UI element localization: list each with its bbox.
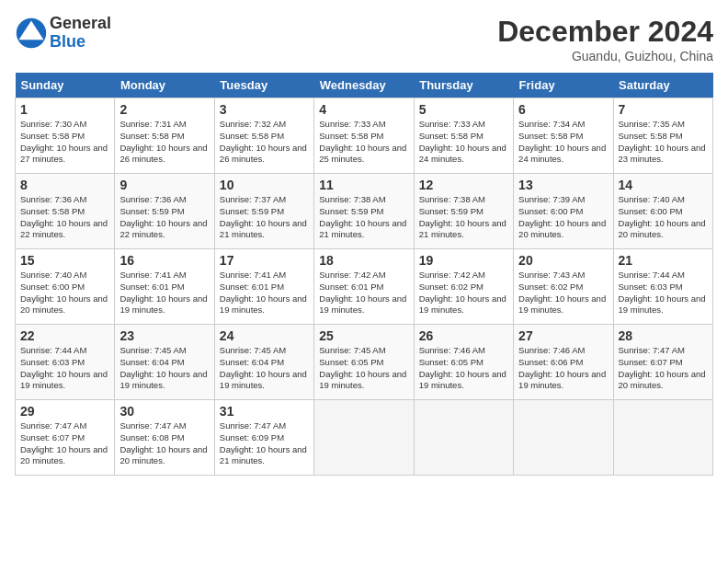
day-info: Sunrise: 7:37 AMSunset: 5:59 PMDaylight:… (220, 194, 309, 241)
calendar-day-cell (514, 400, 613, 476)
calendar-day-cell: 29Sunrise: 7:47 AMSunset: 6:07 PMDayligh… (16, 400, 115, 476)
logo-icon (15, 17, 48, 50)
calendar-day-cell: 25Sunrise: 7:45 AMSunset: 6:05 PMDayligh… (314, 325, 414, 400)
day-number: 26 (419, 328, 508, 343)
day-of-week-header: Saturday (613, 73, 712, 98)
calendar-week-row: 29Sunrise: 7:47 AMSunset: 6:07 PMDayligh… (16, 400, 713, 476)
day-of-week-header: Tuesday (214, 73, 313, 98)
calendar-day-cell (314, 400, 414, 476)
page-container: General Blue December 2024 Guandu, Guizh… (0, 0, 728, 483)
day-of-week-header: Friday (514, 73, 613, 98)
day-of-week-header: Sunday (16, 73, 115, 98)
day-number: 14 (619, 178, 708, 192)
day-info: Sunrise: 7:44 AMSunset: 6:03 PMDaylight:… (20, 345, 109, 392)
day-info: Sunrise: 7:40 AMSunset: 6:00 PMDaylight:… (619, 194, 708, 241)
day-info: Sunrise: 7:46 AMSunset: 6:05 PMDaylight:… (419, 345, 508, 392)
calendar-day-cell: 17Sunrise: 7:41 AMSunset: 6:01 PMDayligh… (214, 249, 313, 325)
day-number: 4 (319, 102, 408, 117)
day-number: 6 (518, 102, 608, 117)
day-number: 29 (20, 404, 109, 419)
day-number: 5 (419, 102, 508, 117)
day-number: 17 (220, 253, 309, 268)
day-number: 9 (119, 178, 209, 192)
day-number: 10 (220, 178, 309, 192)
calendar-day-cell: 10Sunrise: 7:37 AMSunset: 5:59 PMDayligh… (214, 174, 313, 249)
day-info: Sunrise: 7:47 AMSunset: 6:07 PMDaylight:… (20, 420, 109, 467)
header: General Blue December 2024 Guandu, Guizh… (15, 15, 713, 63)
day-info: Sunrise: 7:33 AMSunset: 5:58 PMDaylight:… (319, 119, 408, 166)
day-info: Sunrise: 7:42 AMSunset: 6:02 PMDaylight:… (419, 270, 508, 316)
day-info: Sunrise: 7:42 AMSunset: 6:01 PMDaylight:… (319, 270, 408, 316)
day-info: Sunrise: 7:35 AMSunset: 5:58 PMDaylight:… (619, 119, 708, 166)
day-number: 7 (619, 102, 708, 117)
logo-blue: Blue (50, 33, 111, 52)
calendar-day-cell: 8Sunrise: 7:36 AMSunset: 5:58 PMDaylight… (16, 174, 115, 249)
calendar-day-cell: 23Sunrise: 7:45 AMSunset: 6:04 PMDayligh… (115, 325, 214, 400)
calendar-day-cell: 20Sunrise: 7:43 AMSunset: 6:02 PMDayligh… (514, 249, 613, 325)
calendar-day-cell: 11Sunrise: 7:38 AMSunset: 5:59 PMDayligh… (314, 174, 414, 249)
day-info: Sunrise: 7:47 AMSunset: 6:09 PMDaylight:… (220, 420, 309, 467)
day-number: 18 (319, 253, 408, 268)
calendar-week-row: 1Sunrise: 7:30 AMSunset: 5:58 PMDaylight… (16, 98, 713, 174)
day-info: Sunrise: 7:38 AMSunset: 5:59 PMDaylight:… (419, 194, 508, 241)
calendar-day-cell: 18Sunrise: 7:42 AMSunset: 6:01 PMDayligh… (314, 249, 414, 325)
title-block: December 2024 Guandu, Guizhou, China (497, 15, 713, 63)
calendar-day-cell (414, 400, 513, 476)
calendar-day-cell: 4Sunrise: 7:33 AMSunset: 5:58 PMDaylight… (314, 98, 414, 174)
calendar-day-cell: 3Sunrise: 7:32 AMSunset: 5:58 PMDaylight… (214, 98, 313, 174)
calendar-day-cell: 12Sunrise: 7:38 AMSunset: 5:59 PMDayligh… (414, 174, 513, 249)
day-info: Sunrise: 7:36 AMSunset: 5:58 PMDaylight:… (20, 194, 109, 241)
month-title: December 2024 (497, 15, 713, 49)
location: Guandu, Guizhou, China (497, 49, 713, 63)
calendar-day-cell: 7Sunrise: 7:35 AMSunset: 5:58 PMDaylight… (613, 98, 712, 174)
calendar-day-cell: 14Sunrise: 7:40 AMSunset: 6:00 PMDayligh… (613, 174, 712, 249)
day-number: 23 (119, 328, 209, 343)
day-info: Sunrise: 7:30 AMSunset: 5:58 PMDaylight:… (20, 119, 109, 166)
calendar-day-cell (613, 400, 712, 476)
calendar-day-cell: 5Sunrise: 7:33 AMSunset: 5:58 PMDaylight… (414, 98, 513, 174)
day-info: Sunrise: 7:31 AMSunset: 5:58 PMDaylight:… (119, 119, 209, 166)
header-row: SundayMondayTuesdayWednesdayThursdayFrid… (16, 73, 713, 98)
day-number: 16 (119, 253, 209, 268)
day-of-week-header: Monday (115, 73, 214, 98)
day-info: Sunrise: 7:32 AMSunset: 5:58 PMDaylight:… (220, 119, 309, 166)
day-number: 3 (220, 102, 309, 117)
day-number: 1 (20, 102, 109, 117)
day-number: 21 (619, 253, 708, 268)
logo: General Blue (15, 15, 111, 52)
day-info: Sunrise: 7:43 AMSunset: 6:02 PMDaylight:… (518, 270, 608, 316)
day-info: Sunrise: 7:36 AMSunset: 5:59 PMDaylight:… (119, 194, 209, 241)
calendar-day-cell: 31Sunrise: 7:47 AMSunset: 6:09 PMDayligh… (214, 400, 313, 476)
day-info: Sunrise: 7:41 AMSunset: 6:01 PMDaylight:… (119, 270, 209, 316)
calendar-day-cell: 13Sunrise: 7:39 AMSunset: 6:00 PMDayligh… (514, 174, 613, 249)
day-info: Sunrise: 7:41 AMSunset: 6:01 PMDaylight:… (220, 270, 309, 316)
calendar-day-cell: 24Sunrise: 7:45 AMSunset: 6:04 PMDayligh… (214, 325, 313, 400)
day-info: Sunrise: 7:47 AMSunset: 6:08 PMDaylight:… (119, 420, 209, 467)
calendar-day-cell: 28Sunrise: 7:47 AMSunset: 6:07 PMDayligh… (613, 325, 712, 400)
calendar-day-cell: 1Sunrise: 7:30 AMSunset: 5:58 PMDaylight… (16, 98, 115, 174)
day-of-week-header: Wednesday (314, 73, 414, 98)
calendar-day-cell: 16Sunrise: 7:41 AMSunset: 6:01 PMDayligh… (115, 249, 214, 325)
day-number: 24 (220, 328, 309, 343)
day-info: Sunrise: 7:39 AMSunset: 6:00 PMDaylight:… (518, 194, 608, 241)
day-info: Sunrise: 7:33 AMSunset: 5:58 PMDaylight:… (419, 119, 508, 166)
day-info: Sunrise: 7:44 AMSunset: 6:03 PMDaylight:… (619, 270, 708, 316)
day-number: 22 (20, 328, 109, 343)
calendar-day-cell: 21Sunrise: 7:44 AMSunset: 6:03 PMDayligh… (613, 249, 712, 325)
day-number: 28 (619, 328, 708, 343)
calendar-day-cell: 30Sunrise: 7:47 AMSunset: 6:08 PMDayligh… (115, 400, 214, 476)
calendar-day-cell: 9Sunrise: 7:36 AMSunset: 5:59 PMDaylight… (115, 174, 214, 249)
calendar-day-cell: 22Sunrise: 7:44 AMSunset: 6:03 PMDayligh… (16, 325, 115, 400)
day-info: Sunrise: 7:45 AMSunset: 6:04 PMDaylight:… (220, 345, 309, 392)
day-number: 20 (518, 253, 608, 268)
day-number: 19 (419, 253, 508, 268)
calendar-week-row: 15Sunrise: 7:40 AMSunset: 6:00 PMDayligh… (16, 249, 713, 325)
day-info: Sunrise: 7:45 AMSunset: 6:05 PMDaylight:… (319, 345, 408, 392)
day-of-week-header: Thursday (414, 73, 513, 98)
calendar-day-cell: 27Sunrise: 7:46 AMSunset: 6:06 PMDayligh… (514, 325, 613, 400)
day-info: Sunrise: 7:40 AMSunset: 6:00 PMDaylight:… (20, 270, 109, 316)
logo-text: General Blue (50, 15, 111, 52)
day-number: 31 (220, 404, 309, 419)
day-number: 13 (518, 178, 608, 192)
day-number: 30 (119, 404, 209, 419)
